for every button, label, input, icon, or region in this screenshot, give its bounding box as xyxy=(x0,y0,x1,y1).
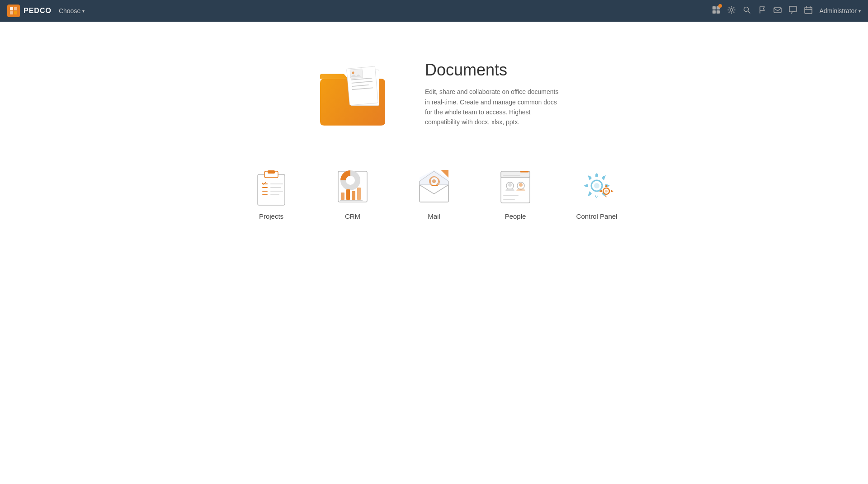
svg-rect-37 xyxy=(270,183,283,184)
control-panel-icon xyxy=(576,166,617,207)
svg-rect-4 xyxy=(712,6,716,9)
svg-rect-0 xyxy=(10,7,13,10)
flag-icon[interactable] xyxy=(758,6,766,16)
svg-rect-44 xyxy=(341,193,344,200)
svg-rect-30 xyxy=(258,174,285,205)
svg-rect-36 xyxy=(262,194,268,195)
app-item-mail[interactable]: Mail xyxy=(407,166,461,220)
people-label: People xyxy=(505,212,526,220)
featured-title: Documents xyxy=(425,61,561,80)
svg-rect-2 xyxy=(10,11,13,14)
app-item-crm[interactable]: CRM xyxy=(326,166,380,220)
search-icon[interactable] xyxy=(743,6,751,16)
chat-icon[interactable] xyxy=(789,6,797,16)
grid-badge xyxy=(718,4,722,8)
featured-section: Documents Edit, share and collaborate on… xyxy=(0,22,868,157)
projects-icon xyxy=(251,166,292,207)
svg-line-10 xyxy=(748,11,750,14)
svg-rect-7 xyxy=(717,10,720,14)
svg-rect-35 xyxy=(262,191,268,192)
svg-rect-6 xyxy=(712,10,716,14)
svg-rect-39 xyxy=(270,191,283,192)
svg-point-56 xyxy=(508,183,512,187)
featured-description: Edit, share and collaborate on office do… xyxy=(425,87,561,127)
svg-rect-40 xyxy=(270,194,279,195)
navbar-left: PEDCO Choose ▾ xyxy=(7,5,85,17)
app-grid: Projects CRM xyxy=(0,157,868,247)
app-item-projects[interactable]: Projects xyxy=(244,166,298,220)
settings-icon[interactable] xyxy=(727,6,736,16)
choose-button[interactable]: Choose ▾ xyxy=(59,7,85,14)
documents-icon-wrap[interactable] xyxy=(307,58,398,130)
navbar-right: Administrator ▾ xyxy=(712,6,861,16)
documents-folder-icon xyxy=(312,58,393,130)
admin-chevron-icon: ▾ xyxy=(859,9,861,14)
app-item-control-panel[interactable]: Control Panel xyxy=(570,166,624,220)
svg-rect-32 xyxy=(268,170,275,174)
svg-point-63 xyxy=(594,183,599,188)
mail-app-icon xyxy=(414,166,454,207)
mail-label: Mail xyxy=(428,212,440,220)
featured-text: Documents Edit, share and collaborate on… xyxy=(425,61,561,127)
chevron-down-icon: ▾ xyxy=(82,9,85,14)
svg-rect-12 xyxy=(789,6,797,12)
main-content: Documents Edit, share and collaborate on… xyxy=(0,22,868,484)
svg-rect-45 xyxy=(346,189,350,200)
svg-rect-13 xyxy=(805,7,812,14)
svg-rect-34 xyxy=(262,187,268,188)
crm-icon xyxy=(332,166,373,207)
svg-rect-38 xyxy=(270,187,281,188)
logo-icon xyxy=(7,5,20,17)
svg-rect-3 xyxy=(14,11,17,14)
svg-point-65 xyxy=(605,190,608,193)
grid-icon[interactable] xyxy=(712,6,720,16)
admin-label: Administrator xyxy=(820,7,857,14)
svg-rect-1 xyxy=(14,7,17,10)
mail-icon[interactable] xyxy=(774,6,782,16)
svg-point-8 xyxy=(730,9,733,11)
svg-rect-46 xyxy=(352,191,355,200)
svg-point-58 xyxy=(519,183,523,187)
people-icon xyxy=(495,166,536,207)
navbar: PEDCO Choose ▾ xyxy=(0,0,868,22)
logo-text: PEDCO xyxy=(24,7,52,15)
app-item-people[interactable]: People xyxy=(488,166,542,220)
control-panel-label: Control Panel xyxy=(576,212,618,220)
svg-rect-28 xyxy=(350,69,363,79)
projects-label: Projects xyxy=(259,212,283,220)
svg-rect-47 xyxy=(357,188,361,200)
crm-label: CRM xyxy=(345,212,360,220)
svg-rect-11 xyxy=(774,8,781,13)
calendar-icon[interactable] xyxy=(804,6,812,16)
admin-button[interactable]: Administrator ▾ xyxy=(820,7,861,14)
logo-area[interactable]: PEDCO xyxy=(7,5,52,17)
choose-label: Choose xyxy=(59,7,80,14)
